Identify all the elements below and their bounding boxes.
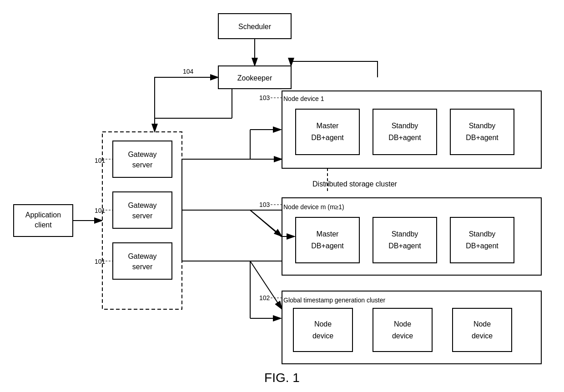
standby-db-agent-1a-label-1: Standby	[392, 122, 418, 130]
node-device-c-label-1: Node	[473, 320, 491, 328]
distributed-storage-label: Distributed storage cluster	[312, 180, 398, 188]
gateway-server-2-label-1: Gateway	[128, 201, 156, 209]
gateway-server-1-label-2: server	[132, 161, 153, 169]
application-client-label-1: Application	[25, 211, 61, 219]
application-client-box	[14, 205, 73, 236]
node-device-c-box	[453, 308, 512, 352]
ref-101b-label: 101	[95, 207, 106, 214]
zookeeper-label: Zookeeper	[237, 74, 272, 82]
node-device-a-label-1: Node	[314, 320, 332, 328]
ref-101a-label: 101	[95, 157, 106, 164]
gw-to-nodem-connector	[250, 210, 281, 236]
ref-104-label: 104	[183, 68, 194, 75]
node-device-b-box	[373, 308, 432, 352]
gateway-server-2-label-2: server	[132, 212, 153, 220]
gateway-server-1-box	[113, 141, 172, 177]
ref-102-label: 102	[259, 294, 270, 302]
standby-db-agent-ma-label-1: Standby	[392, 230, 418, 238]
ref-101c-label: 101	[95, 258, 106, 265]
master-db-agent-m-label-2: DB+agent	[311, 242, 344, 250]
gateway-server-3-box	[113, 243, 172, 279]
fig-label: FIG. 1	[264, 371, 300, 385]
gateway-server-3-label-1: Gateway	[128, 252, 156, 260]
master-db-agent-1-label-2: DB+agent	[311, 134, 344, 141]
global-ts-cluster-label: Global timestamp generation cluster	[283, 297, 385, 304]
gateway-server-3-label-2: server	[132, 263, 153, 271]
node-device-c-label-2: device	[472, 332, 493, 340]
node-device-a-box	[293, 308, 352, 352]
master-db-agent-1-label-1: Master	[317, 122, 339, 130]
application-client-label-2: client	[35, 221, 52, 229]
standby-db-agent-1b-label-2: DB+agent	[466, 134, 499, 141]
gateway-server-2-box	[113, 192, 172, 228]
node-to-zookeeper-arrow	[291, 61, 378, 77]
standby-db-agent-ma-box	[373, 217, 437, 263]
node-device-a-label-2: device	[312, 332, 333, 340]
standby-db-agent-1b-box	[450, 109, 514, 155]
standby-db-agent-1a-label-2: DB+agent	[388, 134, 421, 141]
scheduler-label: Scheduler	[238, 23, 272, 30]
ref-103b-label: 103	[259, 201, 270, 208]
gateway-to-zookeeper-arrow	[155, 77, 218, 136]
standby-db-agent-ma-label-2: DB+agent	[388, 242, 421, 250]
node-device-1-title: Node device 1	[283, 95, 324, 102]
standby-db-agent-mb-label-1: Standby	[469, 230, 496, 238]
node-device-b-label-1: Node	[394, 320, 411, 328]
master-db-agent-m-label-1: Master	[317, 230, 339, 238]
master-db-agent-1-box	[296, 109, 359, 155]
diagram-container: Scheduler Zookeeper 104 Application clie…	[0, 0, 564, 392]
standby-db-agent-1b-label-1: Standby	[469, 122, 496, 130]
node-device-b-label-2: device	[392, 332, 413, 340]
to-ts-arrow-v	[250, 261, 282, 309]
standby-db-agent-mb-label-2: DB+agent	[466, 242, 499, 250]
node-device-m-title: Node device m (m≥1)	[283, 203, 344, 211]
ref-103a-label: 103	[259, 94, 270, 101]
gateway-server-1-label-1: Gateway	[128, 151, 156, 158]
master-db-agent-m-box	[296, 217, 359, 263]
standby-db-agent-mb-box	[450, 217, 514, 263]
standby-db-agent-1a-box	[373, 109, 437, 155]
